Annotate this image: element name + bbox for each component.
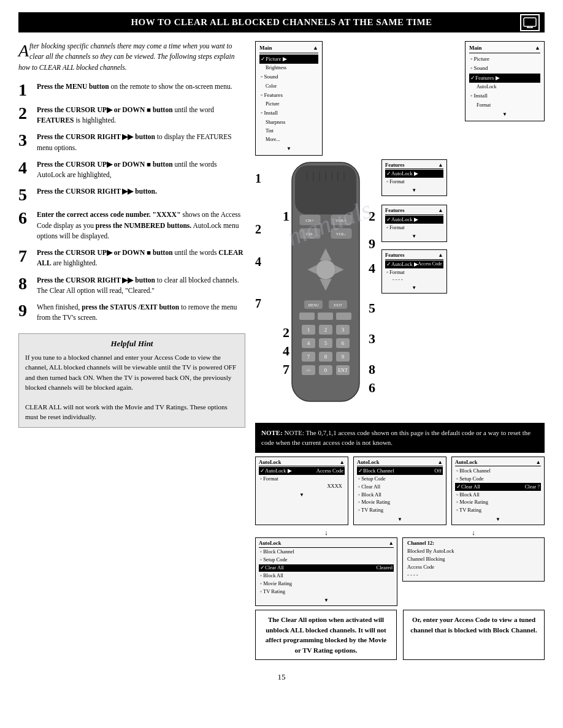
svg-text:3: 3 xyxy=(342,327,345,333)
svg-text:CH-: CH- xyxy=(306,232,314,237)
svg-text:CH+: CH+ xyxy=(305,218,314,223)
bottom-screens-row: AutoLock▲ ✓AutoLock ▶Access Code ◦ Forma… xyxy=(255,457,545,525)
svg-text:4: 4 xyxy=(307,340,310,346)
menu-screen-features-1: Features▲ ✓AutoLock ▶ ◦ Format ▼ xyxy=(381,159,447,197)
intro-paragraph: After blocking specific channels there m… xyxy=(18,41,245,73)
step-7: 7 Press the CURSOR UP▶ or DOWN ■ button … xyxy=(18,248,245,269)
callout-1: 1 xyxy=(255,172,270,186)
step-9: 9 When finished, press the STATUS /EXIT … xyxy=(18,302,245,324)
svg-point-25 xyxy=(316,260,335,279)
svg-rect-30 xyxy=(299,313,315,320)
step-text-2: Press the CURSOR UP▶ or DOWN ■ button un… xyxy=(37,105,245,126)
caption-clear-all: The Clear All option when activated will… xyxy=(255,610,397,660)
svg-text:-/-: -/- xyxy=(306,368,311,373)
svg-text:8: 8 xyxy=(324,354,327,360)
svg-rect-0 xyxy=(524,18,536,26)
menu-screen-main-picture: Main▲ ✓Picture ▶ Brightness ◦ Sound Colo… xyxy=(255,41,323,156)
svg-text:0: 0 xyxy=(324,367,327,373)
step-3: 3 Press the CURSOR RIGHT ▶▶ button to di… xyxy=(18,132,245,153)
caption-access-code: Or, enter your Access Code to view a tun… xyxy=(403,610,545,660)
svg-text:2: 2 xyxy=(369,208,375,224)
svg-text:7: 7 xyxy=(307,354,310,360)
step-text-1: Press the MENU button on the remote to s… xyxy=(37,82,245,92)
step-number-8: 8 xyxy=(18,275,32,292)
svg-text:EXIT: EXIT xyxy=(334,303,342,307)
menu-screen-autolock-xxxx: AutoLock▲ ✓AutoLock ▶Access Code ◦ Forma… xyxy=(255,457,348,525)
step-text-6: Enter the correct access code number. "X… xyxy=(37,210,245,241)
step-number-1: 1 xyxy=(18,82,32,99)
hint-paragraph-1: If you tune to a blocked channel and ent… xyxy=(25,352,239,393)
callout-4: 4 xyxy=(255,255,270,269)
step-number-3: 3 xyxy=(18,132,32,149)
page-number: 15 xyxy=(18,672,545,682)
menu-screen-main-features: Main▲ ◦ Picture ◦ Sound ✓Features ▶ Auto… xyxy=(465,41,545,121)
right-side: Main▲ ✓Picture ▶ Brightness ◦ Sound Colo… xyxy=(255,41,545,660)
svg-text:5: 5 xyxy=(324,340,327,346)
svg-text:2: 2 xyxy=(324,327,327,333)
svg-text:1: 1 xyxy=(307,327,310,333)
menu-screen-features-access: Features▲ ✓AutoLock ▶Access Code ◦ Forma… xyxy=(381,249,447,294)
svg-text:VOL-: VOL- xyxy=(336,232,347,237)
svg-text:1: 1 xyxy=(283,208,289,224)
step-number-4: 4 xyxy=(18,159,32,176)
intro-text: fter blocking specific channels there ma… xyxy=(18,42,235,71)
drop-cap: A xyxy=(18,42,29,59)
step-text-5: Press the CURSOR RIGHT ▶▶ button. xyxy=(37,186,245,197)
remote-control: CH+ VOL+ CH- VOL- xyxy=(274,159,378,417)
step-number-6: 6 xyxy=(18,210,32,227)
hint-title: Helpful Hint xyxy=(25,339,239,349)
svg-text:ENT: ENT xyxy=(338,368,348,373)
left-column: After blocking specific channels there m… xyxy=(18,41,245,660)
note-text: NOTE: The 0,7,1,1 access code shown on t… xyxy=(261,429,530,447)
step-5: 5 Press the CURSOR RIGHT ▶▶ button. xyxy=(18,186,245,203)
step-number-7: 7 xyxy=(18,248,32,265)
menu-screen-channel-blocked: Channel 12: Blocked By AutoLock Channel … xyxy=(402,537,545,582)
steps-list: 1 Press the MENU button on the remote to… xyxy=(18,82,245,324)
step-4: 4 Press the CURSOR UP▶ or DOWN ■ button … xyxy=(18,159,245,181)
svg-text:VOL+: VOL+ xyxy=(335,218,347,223)
step-number-9: 9 xyxy=(18,302,32,319)
step-text-3: Press the CURSOR RIGHT ▶▶ button to disp… xyxy=(37,132,245,153)
note-box: NOTE: NOTE: The 0,7,1,1 access code show… xyxy=(255,423,545,453)
step-6: 6 Enter the correct access code number. … xyxy=(18,210,245,241)
page-header: How to Clear All Blocked Channels at the… xyxy=(18,12,545,32)
helpful-hint-box: Helpful Hint If you tune to a blocked ch… xyxy=(18,333,245,428)
step-number-2: 2 xyxy=(18,105,32,122)
menu-screen-autolock-cleared: AutoLock▲ ◦ Block Channel ◦ Setup Code ✓… xyxy=(255,537,397,606)
step-1: 1 Press the MENU button on the remote to… xyxy=(18,82,245,99)
bottom-captions: The Clear All option when activated will… xyxy=(255,610,545,660)
menu-screen-autolock-clear: AutoLock▲ ◦ Block Channel ◦ Setup Code ✓… xyxy=(451,457,545,525)
menu-screen-features-2: Features▲ ✓AutoLock ▶ ◦ Format ▼ xyxy=(381,205,447,242)
step-8: 8 Press the CURSOR RIGHT ▶▶ button to cl… xyxy=(18,275,245,297)
svg-text:5: 5 xyxy=(369,300,375,316)
step-text-4: Press the CURSOR UP▶ or DOWN ■ button un… xyxy=(37,159,245,181)
svg-text:4: 4 xyxy=(369,260,375,276)
svg-text:7: 7 xyxy=(283,362,289,377)
callout-2: 2 xyxy=(255,222,270,237)
header-title: How to Clear All Blocked Channels at the… xyxy=(131,17,432,27)
svg-text:4: 4 xyxy=(283,343,289,358)
svg-text:9: 9 xyxy=(369,236,375,251)
svg-rect-32 xyxy=(336,313,351,320)
step-text-9: When finished, press the STATUS /EXIT bu… xyxy=(37,302,245,324)
step-text-7: Press the CURSOR UP▶ or DOWN ■ button un… xyxy=(37,248,245,269)
svg-text:9: 9 xyxy=(342,354,345,360)
step-text-8: Press the CURSOR RIGHT ▶▶ button to clea… xyxy=(37,275,245,297)
header-icon xyxy=(520,14,540,31)
step-2: 2 Press the CURSOR UP▶ or DOWN ■ button … xyxy=(18,105,245,126)
note-label: NOTE: xyxy=(261,429,283,436)
svg-text:2: 2 xyxy=(283,325,289,340)
svg-text:8: 8 xyxy=(369,362,375,377)
callout-7: 7 xyxy=(255,297,270,311)
svg-text:6: 6 xyxy=(369,380,375,395)
hint-paragraph-2: CLEAR ALL will not work with the Movie a… xyxy=(25,402,239,422)
svg-text:MENU: MENU xyxy=(308,303,319,307)
svg-rect-31 xyxy=(318,313,333,320)
right-screens-column: Features▲ ✓AutoLock ▶ ◦ Format ▼ Feature… xyxy=(381,159,447,294)
svg-text:3: 3 xyxy=(369,331,375,346)
svg-text:6: 6 xyxy=(342,340,345,346)
menu-screen-autolock-items: AutoLock▲ ✓Block ChannelOff ◦ Setup Code… xyxy=(353,457,446,525)
step-number-5: 5 xyxy=(18,186,32,203)
